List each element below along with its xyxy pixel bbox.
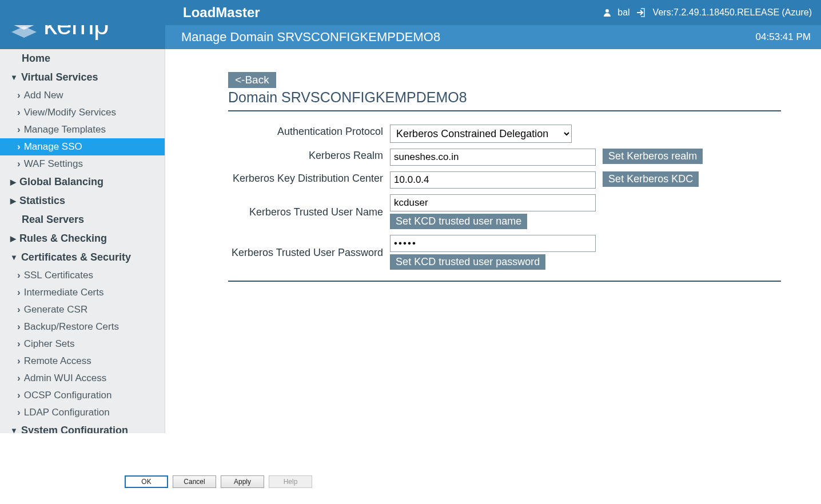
label-realm: Kerberos Realm: [228, 146, 386, 169]
username: bal: [617, 7, 629, 18]
nav-label: LDAP Configuration: [24, 407, 110, 418]
label-trusted-pass: Kerberos Trusted User Password: [228, 232, 386, 273]
nav-global-balancing[interactable]: ▶Global Balancing: [0, 173, 165, 191]
main-content: <-Back Domain SRVSCONFIGKEMPDEMO8 Authen…: [165, 49, 821, 433]
nav-label: Real Servers: [22, 214, 84, 226]
nav-label: Remote Access: [24, 355, 91, 367]
clock: 04:53:41 PM: [756, 31, 811, 43]
trusted-pass-input[interactable]: [390, 235, 596, 252]
nav-view-modify-services[interactable]: View/Modify Services: [0, 104, 165, 121]
caret-down-icon: ▼: [10, 426, 18, 433]
nav-label: OCSP Configuration: [24, 390, 112, 401]
nav-label: View/Modify Services: [24, 107, 116, 118]
dialog-bar: OK Cancel Apply Help: [0, 433, 821, 504]
caret-right-icon: ▶: [10, 197, 16, 205]
nav-home[interactable]: Home: [0, 49, 165, 68]
set-trusted-pass-button[interactable]: Set KCD trusted user password: [390, 254, 545, 270]
nav-waf-settings[interactable]: WAF Settings: [0, 155, 165, 173]
nav-admin-wui-access[interactable]: Admin WUI Access: [0, 370, 165, 387]
nav-label: SSL Certificates: [24, 270, 93, 281]
nav-label: Statistics: [19, 195, 65, 207]
form-table: Authentication Protocol Kerberos Constra…: [228, 122, 731, 273]
nav-label: WAF Settings: [24, 158, 83, 170]
nav-label: Manage Templates: [24, 124, 106, 135]
divider-bottom: [228, 281, 781, 282]
nav-label: Admin WUI Access: [24, 373, 107, 384]
nav-label: Virtual Services: [21, 71, 98, 83]
nav-backup-restore-certs[interactable]: Backup/Restore Certs: [0, 318, 165, 335]
nav-statistics[interactable]: ▶Statistics: [0, 191, 165, 210]
help-button: Help: [269, 475, 312, 488]
nav-label: Intermediate Certs: [24, 287, 104, 298]
header-bar: LoadMaster bal Vers:7.2.49.1.18450.RELEA…: [0, 0, 821, 25]
nav-add-new[interactable]: Add New: [0, 87, 165, 104]
nav-label: System Configuration: [21, 425, 128, 433]
user-icon: [603, 8, 612, 17]
set-realm-button[interactable]: Set Kerberos realm: [603, 149, 703, 164]
ok-button[interactable]: OK: [125, 475, 168, 488]
apply-button[interactable]: Apply: [221, 475, 264, 488]
nav-generate-csr[interactable]: Generate CSR: [0, 301, 165, 318]
auth-protocol-select[interactable]: Kerberos Constrained Delegation: [390, 125, 572, 143]
nav-label: Certificates & Security: [21, 251, 131, 263]
label-kdc: Kerberos Key Distribution Center: [228, 169, 386, 191]
nav-ocsp-configuration[interactable]: OCSP Configuration: [0, 387, 165, 404]
nav-label: Rules & Checking: [19, 233, 107, 245]
kdc-input[interactable]: [390, 171, 596, 189]
nav-virtual-services[interactable]: ▼Virtual Services: [0, 68, 165, 87]
cancel-button[interactable]: Cancel: [173, 475, 216, 488]
nav-ldap-configuration[interactable]: LDAP Configuration: [0, 404, 165, 421]
caret-right-icon: ▶: [10, 178, 16, 186]
nav-label: Generate CSR: [24, 304, 88, 315]
nav-intermediate-certs[interactable]: Intermediate Certs: [0, 284, 165, 301]
nav-label: Cipher Sets: [24, 338, 75, 350]
nav-manage-sso[interactable]: Manage SSO: [0, 138, 165, 155]
subtitle-bar: Manage Domain SRVSCONFIGKEMPDEMO8 04:53:…: [165, 25, 821, 49]
divider: [228, 110, 781, 111]
set-trusted-user-button[interactable]: Set KCD trusted user name: [390, 214, 527, 229]
nav-system-configuration[interactable]: ▼System Configuration: [0, 421, 165, 433]
nav-ssl-certificates[interactable]: SSL Certificates: [0, 267, 165, 284]
nav-label: Manage SSO: [24, 141, 82, 153]
nav-remote-access[interactable]: Remote Access: [0, 353, 165, 370]
nav-certificates-security[interactable]: ▼Certificates & Security: [0, 248, 165, 267]
nav-label: Add New: [24, 90, 63, 101]
realm-input[interactable]: [390, 149, 596, 166]
svg-point-0: [605, 9, 609, 13]
caret-right-icon: ▶: [10, 234, 16, 243]
page-subtitle: Manage Domain SRVSCONFIGKEMPDEMO8: [181, 30, 440, 45]
version-text: Vers:7.2.49.1.18450.RELEASE (Azure): [653, 7, 812, 18]
logout-icon[interactable]: [636, 7, 647, 18]
nav-real-servers[interactable]: Real Servers: [0, 210, 165, 229]
nav-label: Global Balancing: [19, 176, 103, 188]
caret-down-icon: ▼: [10, 73, 18, 82]
sidebar[interactable]: Home▼Virtual ServicesAdd NewView/Modify …: [0, 49, 165, 433]
nav-manage-templates[interactable]: Manage Templates: [0, 121, 165, 138]
back-button[interactable]: <-Back: [228, 72, 276, 88]
set-kdc-button[interactable]: Set Kerberos KDC: [603, 171, 699, 187]
nav-label: Backup/Restore Certs: [24, 321, 119, 333]
nav-cipher-sets[interactable]: Cipher Sets: [0, 335, 165, 353]
nav-rules-checking[interactable]: ▶Rules & Checking: [0, 229, 165, 248]
app-title: LoadMaster: [183, 5, 260, 21]
nav-label: Home: [22, 53, 50, 65]
caret-down-icon: ▼: [10, 253, 18, 262]
trusted-user-input[interactable]: [390, 194, 596, 211]
label-trusted-user: Kerberos Trusted User Name: [228, 191, 386, 232]
page-heading: Domain SRVSCONFIGKEMPDEMO8: [228, 89, 781, 106]
label-auth-protocol: Authentication Protocol: [228, 122, 386, 146]
